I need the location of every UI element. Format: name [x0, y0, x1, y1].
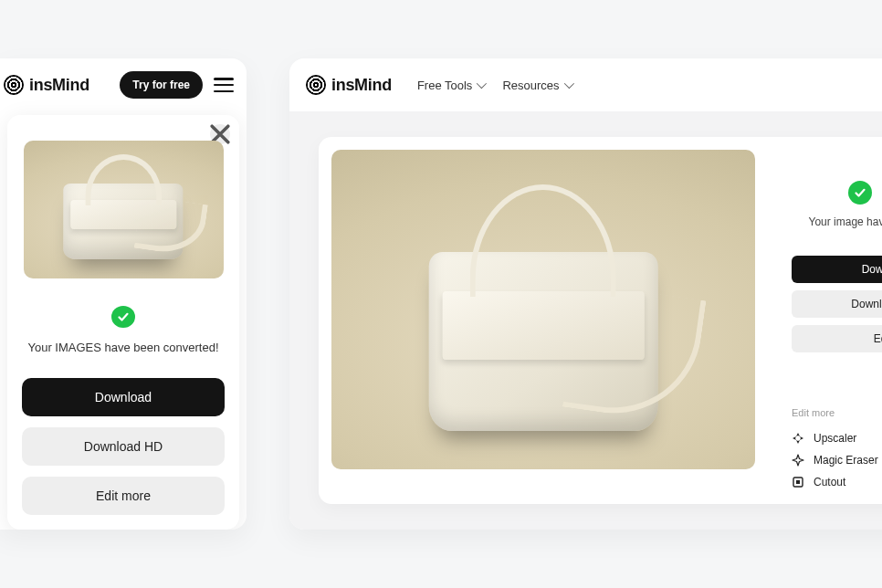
result-card: Your image have bee Downloa Download ult… [319, 137, 882, 504]
download-button[interactable]: Download [22, 378, 225, 416]
edit-more-button[interactable]: Edit more [22, 477, 225, 515]
side-panel: Your image have bee Downloa Download ult… [768, 137, 882, 504]
tool-magic-eraser-label: Magic Eraser [814, 454, 878, 467]
result-image [24, 141, 224, 278]
desktop-header-left: insMind Free Tools Resources [306, 75, 572, 95]
success-check-icon [848, 181, 872, 205]
handbag-illustration [429, 252, 658, 431]
brand-logo-icon [306, 75, 326, 95]
magic-eraser-icon [792, 454, 804, 467]
desktop-header: insMind Free Tools Resources Tr [289, 58, 882, 111]
brand-logo-icon [4, 75, 24, 95]
brand[interactable]: insMind [306, 75, 392, 95]
edit-more-section: Edit more Upscaler Magic Eraser [792, 407, 882, 493]
edit-button[interactable]: Edit [792, 325, 882, 352]
cutout-icon [792, 476, 804, 488]
nav-free-tools-label: Free Tools [417, 79, 472, 92]
svg-rect-1 [796, 480, 800, 484]
tool-upscaler-label: Upscaler [814, 432, 856, 445]
result-image [331, 150, 755, 469]
main-nav: Free Tools Resources [417, 79, 572, 92]
brand-name: insMind [331, 76, 392, 95]
download-button[interactable]: Downloa [792, 256, 882, 283]
tool-cutout[interactable]: Cutout [792, 471, 882, 493]
mobile-panel: insMind Try for free Your IMAGES have be… [0, 58, 247, 530]
nav-resources-label: Resources [502, 79, 559, 92]
handbag-illustration [63, 184, 183, 259]
chevron-down-icon [477, 79, 487, 89]
try-for-free-button[interactable]: Try for free [120, 71, 203, 99]
download-hd-button[interactable]: Download HD [22, 427, 225, 466]
desktop-panel: insMind Free Tools Resources Tr [289, 58, 882, 530]
brand-name: insMind [29, 76, 89, 95]
mobile-actions: Download Download HD Edit more [22, 378, 225, 515]
download-ultra-button[interactable]: Download ult [792, 290, 882, 318]
success-message: Your image have bee [792, 215, 882, 228]
success-message: Your IMAGES have been converted! [27, 341, 218, 354]
tool-magic-eraser[interactable]: Magic Eraser [792, 449, 882, 471]
edit-more-label: Edit more [792, 407, 882, 418]
upscaler-icon [792, 432, 804, 445]
chevron-down-icon [563, 79, 573, 89]
mobile-header: insMind Try for free [0, 58, 247, 111]
success-check-icon [111, 306, 135, 328]
mobile-result-card: Your IMAGES have been converted! Downloa… [7, 115, 239, 530]
preview-wrap [319, 137, 768, 504]
nav-free-tools[interactable]: Free Tools [417, 79, 484, 92]
menu-icon[interactable] [214, 78, 234, 92]
tool-cutout-label: Cutout [814, 476, 845, 488]
desktop-body: Your image have bee Downloa Download ult… [289, 111, 882, 530]
nav-resources[interactable]: Resources [502, 79, 571, 92]
tool-upscaler[interactable]: Upscaler [792, 427, 882, 449]
mobile-header-actions: Try for free [120, 71, 234, 99]
brand[interactable]: insMind [4, 75, 89, 95]
side-actions: Downloa Download ult Edit [792, 256, 882, 352]
